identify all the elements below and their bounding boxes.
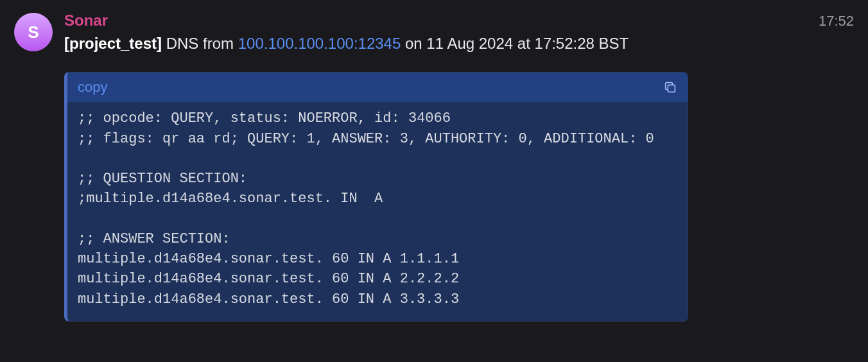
avatar-letter: S [28, 22, 39, 42]
message-container: S Sonar 17:52 [project_test] DNS from 10… [14, 12, 854, 322]
message-content: Sonar 17:52 [project_test] DNS from 100.… [64, 12, 854, 322]
svg-rect-0 [668, 85, 675, 92]
subject-prefix: DNS from [162, 35, 238, 52]
project-tag: [project_test] [64, 35, 162, 52]
source-link[interactable]: 100.100.100.100:12345 [238, 35, 401, 52]
author-name[interactable]: Sonar [64, 12, 108, 30]
message-subject: [project_test] DNS from 100.100.100.100:… [64, 33, 854, 54]
copy-button[interactable]: copy [78, 79, 107, 96]
avatar[interactable]: S [14, 13, 53, 51]
subject-suffix: on 11 Aug 2024 at 17:52:28 BST [401, 35, 629, 52]
code-body[interactable]: ;; opcode: QUERY, status: NOERROR, id: 3… [67, 102, 688, 320]
code-header: copy [67, 73, 688, 102]
copy-icon[interactable] [663, 80, 677, 94]
code-block: copy ;; opcode: QUERY, status: NOERROR, … [64, 72, 688, 321]
message-timestamp: 17:52 [819, 13, 854, 30]
message-header: Sonar 17:52 [64, 12, 854, 30]
